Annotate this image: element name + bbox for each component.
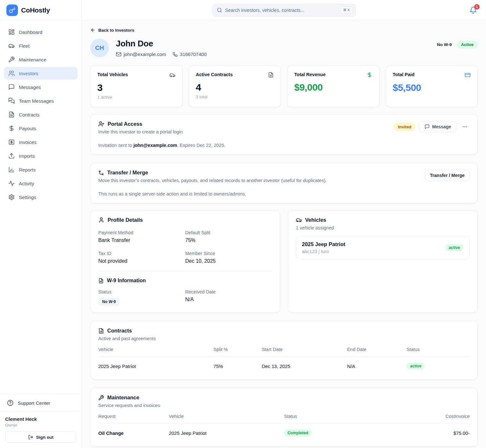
contract-status-badge: active — [407, 363, 425, 370]
sidebar-item-label: Invoices — [19, 140, 36, 145]
sidebar-nav: Dashboard Fleet Maintenance Investors Me… — [0, 20, 82, 206]
stat-card-total-vehicles: Total Vehicles 3 1 active — [90, 66, 182, 107]
sidebar-item-dashboard[interactable]: Dashboard — [4, 26, 78, 38]
profile-details-title: Profile Details — [108, 217, 143, 223]
arrow-left-icon — [90, 28, 95, 33]
help-circle-icon — [7, 400, 13, 406]
stat-value: 3 — [97, 82, 175, 93]
sidebar-item-settings[interactable]: Settings — [4, 191, 78, 204]
main-area: ⌘ K 1 Back to Investors CH John Doe john… — [82, 0, 486, 448]
profile-details-card: Profile Details Payment Method Bank Tran… — [90, 210, 280, 313]
stat-value: 4 — [196, 82, 274, 93]
sidebar-item-maintenance[interactable]: Maintenance — [4, 53, 78, 66]
search-input[interactable] — [225, 8, 338, 13]
wrench-icon — [8, 56, 15, 63]
table-row[interactable]: Oil Change 2025 Jeep Patriot Completed $… — [98, 423, 470, 440]
maintenance-status-cell: Completed — [284, 423, 403, 440]
stat-label: Total Paid — [393, 72, 415, 77]
messages-square-icon — [8, 98, 15, 104]
car-icon — [296, 217, 302, 223]
invitation-email: john@example.com — [134, 143, 177, 148]
sidebar: CoHostly Dashboard Fleet Maintenance Inv… — [0, 0, 82, 448]
table-row[interactable]: 2025 Jeep Patriot 75% Dec 13, 2025 N/A a… — [98, 356, 470, 373]
sidebar-item-label: Reports — [19, 167, 36, 172]
wrench-icon — [98, 395, 104, 401]
stat-card-active-contracts: Active Contracts 4 3 total — [189, 66, 281, 107]
stat-label: Total Revenue — [294, 72, 326, 77]
field-tax-id: Tax ID Not provided — [98, 251, 185, 264]
portal-access-card: Portal Access Invite this investor to cr… — [90, 114, 478, 155]
page-title: John Doe — [116, 39, 207, 49]
sidebar-item-label: Maintenance — [19, 57, 46, 62]
message-square-icon — [8, 84, 15, 90]
key-logo-icon — [6, 4, 18, 16]
global-search[interactable]: ⌘ K — [212, 4, 356, 17]
dollar-icon — [367, 72, 372, 78]
maintenance-table: Request Vehicle Status CostInvoice Oil C… — [98, 414, 470, 440]
portal-access-title: Portal Access — [108, 121, 142, 127]
sidebar-item-team-messages[interactable]: Team Messages — [4, 94, 78, 107]
sidebar-item-label: Contracts — [19, 112, 39, 117]
back-label: Back to Investors — [98, 28, 134, 33]
w9-flag: No W-9 — [437, 42, 452, 47]
column-header: Request — [98, 414, 169, 423]
file-text-icon — [268, 72, 274, 78]
sidebar-item-reports[interactable]: Reports — [4, 163, 78, 176]
sidebar-item-activity[interactable]: Activity — [4, 177, 78, 190]
column-header: End Date — [347, 347, 407, 356]
gear-icon — [8, 194, 15, 200]
more-options-button[interactable] — [460, 122, 470, 132]
search-icon — [217, 7, 222, 13]
merge-icon — [98, 170, 104, 176]
contract-start-cell: Dec 13, 2025 — [262, 356, 347, 373]
file-text-icon — [98, 328, 104, 334]
contract-status-cell: active — [407, 356, 470, 373]
vehicle-list-item[interactable]: 2025 Jeep Patriot abc123 | turo active — [296, 236, 470, 259]
transfer-merge-card: Transfer / Merge Move this investor’s co… — [90, 163, 478, 203]
maintenance-status-badge: Completed — [284, 429, 312, 436]
back-to-investors-link[interactable]: Back to Investors — [90, 28, 134, 33]
transfer-merge-button[interactable]: Transfer / Merge — [425, 170, 470, 181]
stat-value: $5,500 — [393, 82, 471, 93]
invoice-icon — [8, 139, 15, 145]
sign-out-label: Sign out — [36, 435, 53, 440]
sidebar-item-label: Investors — [19, 71, 38, 76]
sidebar-item-investors[interactable]: Investors — [4, 67, 78, 80]
user-plus-icon — [98, 121, 104, 127]
car-icon — [169, 72, 175, 78]
w9-status-badge: No W-9 — [98, 298, 120, 306]
file-text-icon — [98, 278, 104, 284]
vehicles-subtitle: 1 vehicle assigned — [296, 225, 470, 230]
stat-card-total-paid: Total Paid $5,500 — [386, 66, 478, 107]
notifications-button[interactable]: 1 — [469, 6, 477, 14]
sign-out-button[interactable]: Sign out — [5, 431, 77, 443]
column-header: Status — [284, 414, 403, 423]
bar-chart-icon — [8, 166, 15, 173]
sidebar-item-fleet[interactable]: Fleet — [4, 39, 78, 52]
portal-access-subtitle: Invite this investor to create a portal … — [98, 129, 183, 134]
sidebar-item-contracts[interactable]: Contracts — [4, 108, 78, 121]
message-button[interactable]: Message — [419, 121, 456, 132]
current-user-block: Clement Heck Owner Sign out — [0, 412, 82, 448]
stat-sub — [393, 95, 471, 100]
support-center-label: Support Center — [18, 400, 50, 406]
sidebar-item-invoices[interactable]: Invoices — [4, 136, 78, 148]
search-shortcut-badge: ⌘ K — [341, 7, 352, 13]
stats-grid: Total Vehicles 3 1 active Active Contrac… — [90, 66, 478, 107]
contracts-title: Contracts — [107, 328, 132, 334]
notification-count-badge: 1 — [474, 4, 480, 10]
sidebar-item-label: Payouts — [19, 126, 36, 131]
support-center-link[interactable]: Support Center — [0, 394, 82, 412]
sidebar-item-messages[interactable]: Messages — [4, 81, 78, 93]
ellipsis-icon — [462, 124, 468, 130]
sidebar-item-label: Settings — [19, 195, 36, 200]
sidebar-item-payouts[interactable]: Payouts — [4, 122, 78, 135]
column-header: Vehicle — [169, 414, 284, 423]
logout-icon — [28, 435, 33, 440]
investor-phone: 3166707400 — [173, 52, 207, 57]
detail-columns: Profile Details Payment Method Bank Tran… — [90, 210, 478, 313]
status-badge: Active — [457, 41, 478, 49]
sidebar-item-label: Dashboard — [19, 29, 42, 35]
sidebar-item-imports[interactable]: Imports — [4, 149, 78, 162]
mail-icon — [116, 52, 121, 57]
